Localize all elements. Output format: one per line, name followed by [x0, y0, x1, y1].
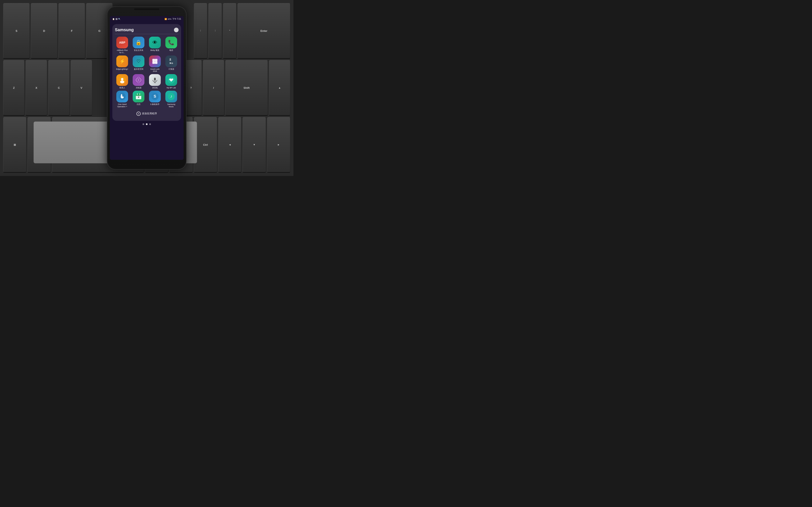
key-down-arrow: ▼	[243, 117, 266, 173]
app-recorder[interactable]: 录音机	[148, 74, 162, 89]
galaxy-label: 盖乐世空间	[134, 68, 143, 70]
wifi-icon: 📶	[164, 18, 167, 20]
svg-point-10	[138, 79, 139, 81]
search-status-icon: 🔍	[118, 18, 120, 20]
app-edge[interactable]: ⚡ EdgeLighting+	[115, 56, 130, 73]
svg-rect-11	[154, 78, 156, 80]
key-v: V	[71, 60, 92, 116]
svg-text:S: S	[154, 94, 156, 99]
key-right-arrow: ►	[267, 117, 290, 173]
app-calendar[interactable]: 4 日历	[131, 91, 146, 108]
status-bar: 📋 🖼 🔍 📶 42% 下午 7:21	[110, 16, 184, 22]
folder-toggle[interactable]	[174, 27, 179, 32]
app-calc[interactable]: ±×÷ 计算器	[164, 56, 179, 73]
app-adblock[interactable]: ABP Adblock Plus for S...	[115, 37, 130, 54]
key-left-arrow: ◄	[218, 117, 242, 173]
dot-1[interactable]	[143, 123, 144, 125]
svg-point-16	[121, 94, 122, 95]
contacts-icon	[116, 74, 128, 86]
adblock-label: Adblock Plus for S...	[116, 49, 129, 54]
smartswitch-icon: S	[149, 91, 161, 102]
app-mybplab[interactable]: My BP Lab	[164, 74, 179, 89]
key-x: X	[26, 60, 47, 116]
svg-rect-0	[152, 59, 155, 61]
mybplab-svg	[168, 76, 175, 83]
key-ctrl: Ctrl	[194, 117, 217, 173]
add-app-label: 添加应用程序	[142, 112, 157, 115]
status-bar-right: 📶 42% 下午 7:21	[164, 17, 181, 20]
app-bixby[interactable]: 👁 Bixby 视觉	[148, 37, 162, 54]
page-dots	[110, 123, 184, 125]
dot-2[interactable]	[146, 123, 148, 125]
recorder-label: 录音机	[152, 87, 158, 89]
recorder-icon	[149, 74, 161, 86]
app-browser[interactable]: 浏览器	[131, 74, 146, 89]
app-galaxy[interactable]: ♡ 盖乐世空间	[131, 56, 146, 73]
key-z: Z	[3, 60, 24, 116]
contacts-label: 联系人	[119, 87, 125, 89]
key-d: D	[31, 3, 57, 59]
mybplab-label: My BP Lab	[167, 87, 176, 89]
browser-svg	[135, 76, 142, 83]
onehand-svg	[119, 93, 126, 100]
secure-folder-label: 安全文件夹	[134, 49, 143, 52]
browser-icon	[133, 74, 144, 86]
adblock-icon: ABP	[116, 37, 128, 48]
galaxy-icon: ♡	[133, 56, 144, 67]
key-slash: /	[203, 60, 224, 116]
folder-title: Samsung	[115, 27, 134, 32]
calendar-svg: 4	[135, 93, 142, 100]
svg-rect-2	[152, 61, 155, 64]
folder-header: Samsung	[115, 27, 179, 34]
calc-label: 计算器	[168, 68, 174, 70]
svg-text:♪: ♪	[170, 94, 172, 99]
phone-screen: 📋 🖼 🔍 📶 42% 下午 7:21 Samsung	[110, 16, 184, 160]
app-goodlock[interactable]: Good Lock 2018	[148, 56, 162, 73]
app-folder: Samsung ABP Adblock Plus for S... 🔒	[112, 24, 181, 121]
phone-notch	[134, 8, 159, 10]
key-c: C	[48, 60, 69, 116]
calc-icon: ±×÷	[165, 56, 177, 67]
key-win: ⊞	[3, 117, 27, 173]
goodlock-svg	[152, 58, 158, 65]
phone-device: 📋 🖼 🔍 📶 42% 下午 7:21 Samsung	[107, 6, 187, 170]
svg-rect-18	[136, 94, 141, 96]
app-secure-folder[interactable]: 🔒 安全文件夹	[131, 37, 146, 54]
app-grid: ABP Adblock Plus for S... 🔒 安全文件夹 👁	[115, 37, 179, 108]
secure-folder-icon: 🔒	[133, 37, 144, 48]
browser-label: 浏览器	[136, 87, 142, 89]
key-enter: Enter	[238, 3, 290, 59]
key-s: S	[3, 3, 30, 59]
time-text: 下午 7:21	[172, 17, 181, 20]
smartswitch-label: S 换机助手	[150, 103, 160, 106]
key-dots-1: ⋮	[194, 3, 207, 59]
app-smartswitch[interactable]: S S 换机助手	[148, 91, 162, 108]
bixby-label: Bixby 视觉	[151, 49, 159, 52]
edge-icon: ⚡	[116, 56, 128, 67]
add-app-button[interactable]: + 添加应用程序	[115, 110, 179, 117]
key-quote: "	[223, 3, 237, 59]
mybplab-icon	[165, 74, 177, 86]
key-f: F	[58, 3, 85, 59]
screenshot-icon: 🖼	[115, 18, 117, 20]
app-contacts[interactable]: 联系人	[115, 74, 130, 89]
goodlock-label: Good Lock 2018	[149, 68, 161, 73]
phone-icon: 📞	[165, 37, 177, 48]
svg-rect-3	[155, 61, 157, 64]
dot-3[interactable]	[149, 123, 151, 125]
key-dots-2: ⋮	[208, 3, 222, 59]
add-icon: +	[137, 112, 141, 116]
bixby-icon: 👁	[149, 37, 161, 48]
calendar-label: 日历	[137, 103, 141, 106]
app-music[interactable]: ♪ Samsung Music	[164, 91, 179, 108]
battery-text: 42%	[168, 18, 171, 20]
onehand-icon	[116, 91, 128, 102]
key-up-arrow: ▲	[269, 60, 290, 116]
smartswitch-svg: S	[151, 93, 158, 100]
recorder-svg	[152, 76, 158, 83]
music-icon: ♪	[165, 91, 177, 102]
notification-icon: 📋	[112, 18, 115, 20]
app-phone[interactable]: 📞 电话	[164, 37, 179, 54]
svg-text:4: 4	[138, 96, 139, 99]
app-onehand[interactable]: One Hand Operation +	[115, 91, 130, 108]
